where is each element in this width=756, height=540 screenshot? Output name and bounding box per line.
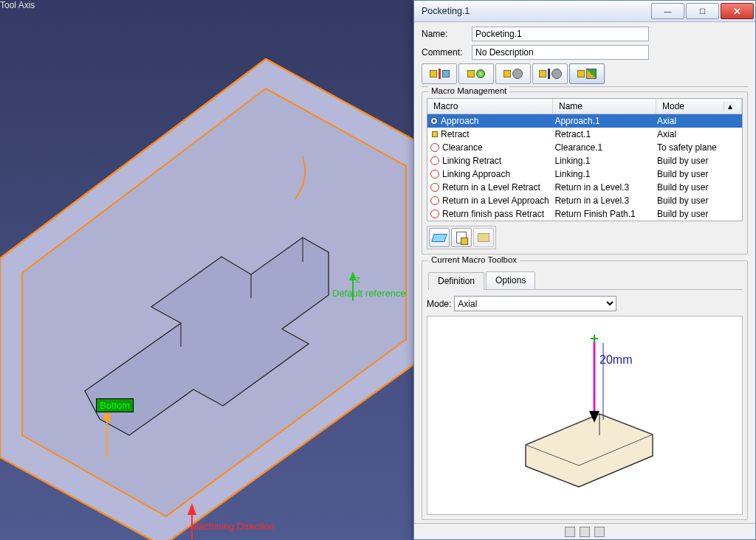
macro-save-button[interactable]: [451, 228, 472, 247]
macro-cell: Return in a Level Approach: [442, 195, 549, 206]
minimize-button[interactable]: —: [651, 3, 684, 19]
macro-cell: Linking Retract: [442, 156, 501, 166]
tool-axis-label: Tool Axis: [0, 0, 35, 10]
name-input[interactable]: [472, 27, 649, 41]
macro-cell: Retract: [441, 129, 470, 139]
macro-cell: Return in a Level Retract: [442, 182, 540, 193]
cyan-icon: [442, 70, 450, 77]
table-row[interactable]: ClearanceClearance.1To safety plane: [427, 141, 742, 154]
scroll-up-icon[interactable]: ▴: [724, 101, 735, 111]
table-row[interactable]: Return in a Level RetractReturn in a Lev…: [427, 181, 742, 194]
name-cell: Linking.1: [554, 156, 657, 166]
folder-icon: [478, 233, 489, 242]
mode-cell: Build by user: [657, 182, 739, 193]
table-row[interactable]: ApproachApproach.1Axial: [427, 114, 742, 128]
macro-cell: Clearance: [442, 142, 483, 153]
ring-icon: [430, 156, 439, 165]
mode-cell: Build by user: [657, 195, 739, 206]
macro-table-head: Macro Name Mode ▴: [427, 99, 742, 114]
bottom-icon-3[interactable]: [594, 527, 605, 537]
macro-cell: Approach: [441, 116, 478, 126]
strategy-icon-5: [577, 70, 585, 77]
comment-input[interactable]: [472, 45, 649, 60]
macro-cell: Return finish pass Retract: [442, 209, 544, 219]
name-cell: Approach.1: [554, 116, 657, 126]
minimize-icon: —: [664, 7, 672, 15]
preview-graphic: [489, 334, 681, 496]
macro-edit-button: [473, 228, 494, 247]
red-stripe-icon: [439, 69, 441, 79]
dialog-title: Pocketing.1: [422, 6, 650, 16]
tab-feeds[interactable]: [532, 63, 568, 84]
toolbox-tabs: Definition Options: [428, 271, 743, 290]
mode-cell: Axial: [657, 129, 739, 139]
macro-icon: [586, 69, 597, 79]
default-reference-label: Default reference: [332, 288, 406, 299]
strategy-icon-2: [467, 70, 475, 77]
col-macro[interactable]: Macro: [427, 99, 553, 114]
green-ball-icon: [476, 69, 485, 78]
table-row[interactable]: Return finish pass RetractReturn Finish …: [427, 207, 742, 221]
tab-geometry[interactable]: [458, 63, 494, 84]
maximize-icon: ☐: [699, 7, 706, 15]
bottom-icon-1[interactable]: [565, 527, 575, 537]
tab-tool[interactable]: [495, 63, 531, 84]
ring-icon: [430, 143, 439, 152]
table-row[interactable]: Linking ApproachLinking.1Build by user: [427, 167, 742, 181]
name-cell: Return in a Level.3: [554, 195, 657, 206]
mode-cell: Build by user: [657, 156, 739, 166]
macro-preview[interactable]: 20mm: [427, 316, 743, 515]
macro-group-legend: Macro Management: [428, 86, 509, 95]
comment-label: Comment:: [422, 47, 472, 58]
z-axis-label: z: [356, 274, 360, 285]
ring-icon: [430, 183, 439, 192]
bottom-label: Bottom: [96, 398, 134, 412]
table-row[interactable]: Return in a Level ApproachReturn in a Le…: [427, 194, 742, 207]
ring-icon: [430, 170, 439, 179]
name-cell: Return Finish Path.1: [554, 209, 657, 219]
save-doc-icon: [456, 232, 467, 243]
maximize-button[interactable]: ☐: [686, 3, 719, 19]
gear-icon-2: [551, 69, 562, 79]
name-label: Name:: [422, 29, 472, 39]
mode-cell: To safety plane: [657, 142, 739, 153]
mode-cell: Build by user: [657, 169, 739, 179]
svg-marker-12: [526, 414, 653, 487]
blue-stripe-icon: [548, 69, 550, 79]
tab-definition[interactable]: Definition: [428, 272, 484, 290]
bottom-icon-2[interactable]: [580, 527, 590, 537]
close-button[interactable]: ✕: [721, 3, 754, 19]
mode-label: Mode:: [427, 299, 451, 309]
titlebar[interactable]: Pocketing.1 — ☐ ✕: [414, 1, 755, 22]
col-mode[interactable]: Mode: [662, 101, 724, 111]
macro-table[interactable]: Macro Name Mode ▴ ApproachApproach.1Axia…: [427, 98, 743, 221]
ring-icon: [430, 196, 439, 205]
preview-dimension[interactable]: 20mm: [599, 353, 632, 367]
tab-macros[interactable]: [569, 63, 605, 84]
macro-cell: Linking Approach: [442, 169, 510, 179]
radio-on-icon: [430, 117, 438, 125]
page-icon-tabs: [422, 63, 748, 87]
gear-icon: [512, 69, 523, 79]
name-cell: Return in a Level.3: [554, 182, 657, 193]
ring-icon: [430, 210, 439, 218]
table-row[interactable]: RetractRetract.1Axial: [427, 128, 742, 141]
current-macro-toolbox-group: Current Macro Toolbox Definition Options…: [422, 260, 748, 520]
macro-management-group: Macro Management Macro Name Mode ▴ Appro…: [422, 91, 748, 255]
name-cell: Retract.1: [554, 129, 657, 139]
col-name[interactable]: Name: [553, 99, 656, 114]
open-icon: [431, 234, 447, 242]
table-row[interactable]: Linking RetractLinking.1Build by user: [427, 154, 742, 167]
macro-toolbar: [427, 226, 496, 249]
mode-select[interactable]: Axial: [454, 296, 616, 311]
dialog-bottom-toolbar: [414, 523, 755, 539]
tab-strategy[interactable]: [422, 63, 457, 84]
macro-open-button[interactable]: [429, 228, 450, 247]
tab-options[interactable]: Options: [486, 271, 535, 289]
active-square-icon: [432, 131, 438, 137]
name-cell: Linking.1: [554, 169, 657, 179]
mode-cell: Build by user: [657, 209, 739, 219]
strategy-icon-4: [539, 70, 546, 77]
strategy-icon-3: [504, 70, 511, 77]
pocketing-dialog: Pocketing.1 — ☐ ✕ Name: Comment: Macro M…: [413, 0, 756, 540]
